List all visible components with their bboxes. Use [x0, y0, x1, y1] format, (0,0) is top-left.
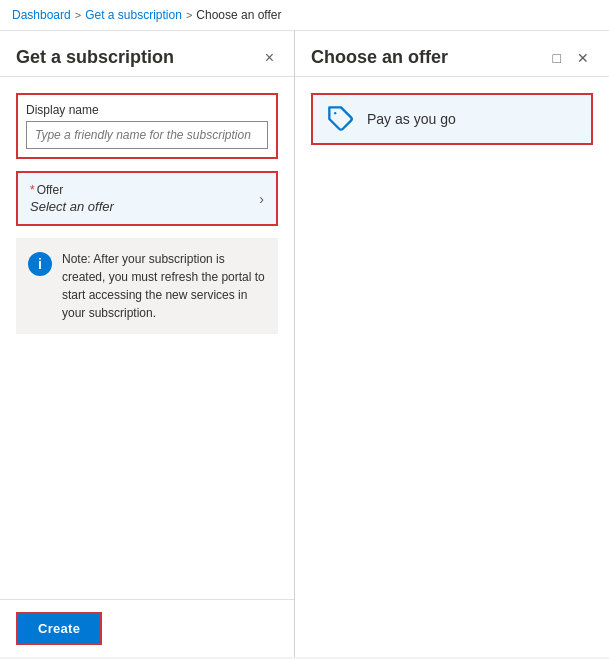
offer-selector[interactable]: *Offer Select an offer ›: [18, 173, 276, 224]
left-panel-title: Get a subscription: [16, 47, 174, 68]
info-text: Note: After your subscription is created…: [62, 250, 266, 322]
right-panel-title: Choose an offer: [311, 47, 448, 68]
display-name-input[interactable]: [26, 121, 268, 149]
offer-card-name: Pay as you go: [367, 111, 456, 127]
breadcrumb: Dashboard > Get a subscription > Choose …: [0, 0, 609, 31]
offer-label: *Offer: [30, 183, 114, 197]
breadcrumb-sep-2: >: [186, 9, 192, 21]
breadcrumb-current: Choose an offer: [196, 8, 281, 22]
display-name-label: Display name: [26, 103, 268, 117]
required-star: *: [30, 183, 35, 197]
chevron-right-icon: ›: [259, 191, 264, 207]
display-name-wrapper: Display name: [16, 93, 278, 159]
offer-selector-wrapper: *Offer Select an offer ›: [16, 171, 278, 226]
breadcrumb-dashboard[interactable]: Dashboard: [12, 8, 71, 22]
left-panel-close-button[interactable]: ×: [261, 48, 278, 68]
offer-label-group: *Offer Select an offer: [30, 183, 114, 214]
breadcrumb-sep-1: >: [75, 9, 81, 21]
info-icon: i: [28, 252, 52, 276]
left-panel-body: Display name *Offer Select an offer ›: [0, 77, 294, 599]
right-panel-body: Pay as you go: [295, 77, 609, 657]
left-panel-footer: Create: [0, 599, 294, 657]
right-panel-close-button[interactable]: ✕: [573, 48, 593, 68]
offer-tag-icon: [327, 105, 355, 133]
right-panel-header: Choose an offer □ ✕: [295, 31, 609, 77]
offer-value: Select an offer: [30, 199, 114, 214]
offer-card-payg[interactable]: Pay as you go: [311, 93, 593, 145]
maximize-button[interactable]: □: [549, 48, 565, 68]
breadcrumb-get-subscription[interactable]: Get a subscription: [85, 8, 182, 22]
left-panel-header: Get a subscription ×: [0, 31, 294, 77]
left-panel: Get a subscription × Display name *Offer…: [0, 31, 295, 657]
right-panel: Choose an offer □ ✕ Pay as you go: [295, 31, 609, 657]
create-button[interactable]: Create: [16, 612, 102, 645]
info-box: i Note: After your subscription is creat…: [16, 238, 278, 334]
main-layout: Get a subscription × Display name *Offer…: [0, 31, 609, 657]
right-panel-actions: □ ✕: [549, 48, 593, 68]
